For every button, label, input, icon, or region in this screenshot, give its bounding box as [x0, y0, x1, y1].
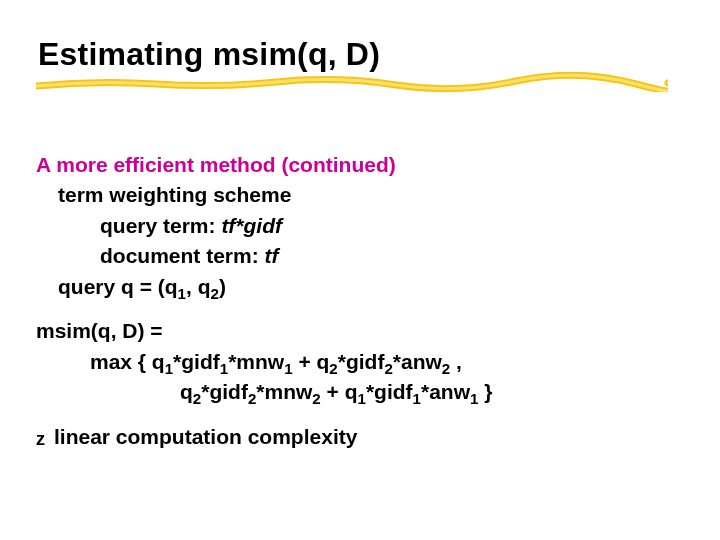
- sub-2: 2: [211, 285, 219, 302]
- m2: *mnw: [256, 380, 312, 403]
- g2: *gidf: [338, 350, 385, 373]
- sub-2b: 2: [329, 360, 337, 377]
- g1: *gidf: [173, 350, 220, 373]
- query-term-label: query term:: [100, 214, 221, 237]
- slide-title: Estimating msim(q, D): [38, 36, 380, 73]
- max-open: max { q: [90, 350, 165, 373]
- sub-2g: 2: [312, 390, 320, 407]
- body: A more efficient method (continued) term…: [36, 150, 684, 452]
- a2: *anw: [393, 350, 442, 373]
- msim-line1: max { q1*gidf1*mnw1 + q2*gidf2*anw2 ,: [36, 347, 684, 377]
- sub-1d: 1: [284, 360, 292, 377]
- query-prefix: query q = (q: [58, 275, 178, 298]
- bullet-line: z linear computation complexity: [36, 422, 684, 452]
- query-term-line: query term: tf*gidf: [36, 211, 684, 241]
- query-suffix: ): [219, 275, 226, 298]
- sub-1: 1: [178, 285, 186, 302]
- close-brace: }: [478, 380, 492, 403]
- bullet-icon: z: [36, 430, 54, 448]
- document-term-formula: tf: [265, 244, 279, 267]
- sub-2e: 2: [193, 390, 201, 407]
- sub-2c: 2: [384, 360, 392, 377]
- sub-2d: 2: [442, 360, 450, 377]
- bullet-text: linear computation complexity: [54, 422, 357, 452]
- sub-1f: 1: [413, 390, 421, 407]
- plus2: + q: [321, 380, 358, 403]
- slide: Estimating msim(q, D) A more efficient m…: [0, 0, 720, 540]
- document-term-label: document term:: [100, 244, 265, 267]
- line2-lead: q: [180, 380, 193, 403]
- document-term-line: document term: tf: [36, 241, 684, 271]
- query-def: query q = (q1, q2): [36, 272, 684, 302]
- title-underline: [36, 72, 668, 92]
- query-mid: , q: [186, 275, 211, 298]
- sub-1b: 1: [165, 360, 173, 377]
- msim-lhs: msim(q, D) =: [36, 316, 684, 346]
- section-heading: A more efficient method (continued): [36, 150, 684, 180]
- g2b: *gidf: [201, 380, 248, 403]
- sub-1e: 1: [357, 390, 365, 407]
- a1: *anw: [421, 380, 470, 403]
- title-block: Estimating msim(q, D): [38, 36, 380, 73]
- plus1: + q: [293, 350, 330, 373]
- tws-label: term weighting scheme: [36, 180, 684, 210]
- msim-line2: q2*gidf2*mnw2 + q1*gidf1*anw1 }: [36, 377, 684, 407]
- m1: *mnw: [228, 350, 284, 373]
- sub-1c: 1: [220, 360, 228, 377]
- query-term-formula: tf*gidf: [221, 214, 282, 237]
- g1b: *gidf: [366, 380, 413, 403]
- comma: ,: [450, 350, 462, 373]
